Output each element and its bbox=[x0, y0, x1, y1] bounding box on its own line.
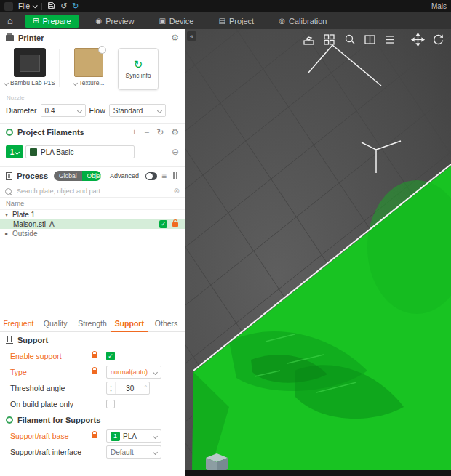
sync-filament-icon[interactable]: ↻ bbox=[156, 127, 164, 137]
tree-row-plate[interactable]: ▾ Plate 1 bbox=[0, 210, 185, 219]
preset-menu-icon[interactable]: ≡ bbox=[161, 171, 167, 181]
support-section-header: Support bbox=[0, 332, 185, 348]
printer-section-header: Printer ⚙ bbox=[0, 29, 185, 47]
object-row-tag: A bbox=[49, 220, 55, 228]
tab-device[interactable]: ▣ Device bbox=[151, 15, 201, 28]
tab-calibration[interactable]: ◎ Calibration bbox=[271, 15, 335, 28]
scope-global[interactable]: Global bbox=[54, 171, 82, 181]
scope-objects[interactable]: Objects bbox=[82, 171, 101, 181]
tab-preview-label: Preview bbox=[105, 17, 134, 25]
diameter-value: 0.4 bbox=[45, 107, 55, 115]
menubar-divider bbox=[41, 3, 42, 10]
lock-icon[interactable] bbox=[92, 354, 97, 358]
on-build-plate-checkbox[interactable] bbox=[106, 400, 115, 408]
clear-search-icon[interactable]: ⊗ bbox=[174, 187, 180, 195]
save-icon[interactable] bbox=[47, 1, 55, 11]
flow-select[interactable]: Standard bbox=[109, 104, 166, 117]
tab-prepare-label: Prepare bbox=[42, 17, 71, 25]
undo-icon[interactable]: ↺ bbox=[60, 2, 67, 10]
device-icon: ▣ bbox=[159, 17, 165, 25]
redo-icon[interactable]: ↻ bbox=[72, 2, 79, 10]
viewport-toolbar bbox=[302, 33, 445, 47]
support-base-select[interactable]: 1 PLA bbox=[106, 429, 161, 443]
plate-label: Texture... bbox=[79, 79, 105, 86]
tree-row-object[interactable]: Maison.stl A ✓ bbox=[0, 219, 185, 229]
paint-icon[interactable] bbox=[343, 33, 356, 47]
window-title: Mais bbox=[431, 2, 447, 10]
chevron-down-icon bbox=[153, 433, 158, 438]
advanced-toggle[interactable] bbox=[145, 172, 157, 180]
tab-preview[interactable]: ◉ Preview bbox=[88, 15, 143, 28]
tab-project[interactable]: ▤ Project bbox=[210, 15, 262, 28]
rotate-tool-icon[interactable] bbox=[431, 33, 445, 47]
filament-slot-badge[interactable]: 1 bbox=[6, 145, 23, 158]
lock-icon[interactable] bbox=[92, 434, 97, 438]
tree-open-icon[interactable]: ▾ bbox=[5, 211, 12, 218]
filament-row: 1 PLA Basic ⊖ bbox=[0, 141, 185, 164]
support-type-row: Type normal(auto) bbox=[0, 364, 185, 380]
diameter-select[interactable]: 0.4 bbox=[41, 104, 86, 117]
printer-settings-icon[interactable]: ⚙ bbox=[171, 33, 179, 43]
tab-prepare[interactable]: ⊞ Prepare bbox=[25, 15, 79, 28]
layers-list-icon[interactable] bbox=[383, 33, 397, 47]
support-type-label: Type bbox=[10, 368, 92, 376]
flow-label: Flow bbox=[89, 106, 105, 115]
enable-support-checkbox[interactable]: ✓ bbox=[106, 352, 115, 360]
threshold-angle-value: 30 bbox=[116, 384, 144, 392]
file-menu[interactable]: File bbox=[18, 2, 36, 10]
viewport-scene bbox=[185, 29, 451, 476]
tree-row-outside[interactable]: ▸ Outside bbox=[0, 229, 185, 238]
tab-quality[interactable]: Quality bbox=[37, 315, 74, 331]
tune-icon[interactable] bbox=[172, 172, 179, 179]
lock-icon[interactable] bbox=[92, 370, 97, 374]
filament-select[interactable]: PLA Basic bbox=[25, 145, 135, 158]
printer-section-title: Printer bbox=[18, 33, 44, 42]
support-type-select[interactable]: normal(auto) bbox=[106, 366, 161, 379]
support-interface-label: Support/raft interface bbox=[10, 448, 92, 456]
home-button[interactable]: ⌂ bbox=[0, 15, 20, 26]
app-logo-icon bbox=[4, 2, 13, 11]
threshold-angle-label: Threshold angle bbox=[10, 384, 92, 392]
tab-strength[interactable]: Strength bbox=[74, 315, 111, 331]
filament-color-swatch bbox=[30, 148, 37, 156]
diameter-label: Diameter bbox=[6, 106, 37, 115]
plate-arrange-icon[interactable] bbox=[302, 33, 316, 47]
viewport-3d[interactable]: « bbox=[185, 29, 451, 476]
object-row-label: Maison.stl bbox=[5, 220, 46, 228]
support-interface-value: Default bbox=[111, 448, 134, 456]
scope-toggle[interactable]: Global Objects bbox=[54, 171, 101, 181]
support-section-title: Support bbox=[17, 336, 48, 344]
tab-support[interactable]: Support bbox=[111, 315, 148, 332]
object-visible-checkbox[interactable]: ✓ bbox=[159, 220, 167, 228]
collapse-panel-button[interactable]: « bbox=[187, 31, 196, 41]
nozzle-row: Diameter 0.4 Flow Standard bbox=[0, 101, 185, 121]
support-base-row: Support/raft base 1 PLA bbox=[0, 428, 185, 444]
chevron-down-icon bbox=[153, 369, 158, 374]
chevron-down-icon bbox=[153, 449, 158, 454]
main-tabbar: ⌂ ⊞ Prepare ◉ Preview ▣ Device ▤ Project… bbox=[0, 12, 451, 29]
tree-closed-icon[interactable]: ▸ bbox=[5, 230, 12, 237]
threshold-angle-row: Threshold angle ▴ ▾ 30 ° bbox=[0, 380, 185, 396]
sync-info-button[interactable]: ↻ Sync info bbox=[118, 48, 159, 90]
split-view-icon[interactable] bbox=[363, 33, 377, 47]
spin-down-icon[interactable]: ▾ bbox=[110, 389, 112, 392]
edit-filament-icon[interactable]: ⊖ bbox=[172, 147, 179, 157]
plate-card[interactable]: Texture... bbox=[65, 48, 113, 86]
enable-support-row: Enable support ✓ bbox=[0, 348, 185, 364]
add-filament-icon[interactable]: + bbox=[132, 127, 137, 137]
support-interface-select[interactable]: Default bbox=[106, 445, 161, 459]
edit-plate-icon[interactable] bbox=[98, 46, 106, 54]
printer-card[interactable]: Bambu Lab P1S bbox=[6, 48, 54, 86]
tab-frequent[interactable]: Frequent bbox=[0, 315, 37, 331]
grid-view-icon[interactable] bbox=[322, 33, 336, 47]
threshold-angle-stepper[interactable]: ▴ ▾ 30 ° bbox=[106, 382, 150, 395]
remove-filament-icon[interactable]: − bbox=[144, 127, 149, 137]
move-tool-icon[interactable] bbox=[411, 33, 425, 47]
filaments-section-header: Project Filaments + − ↻ ⚙ bbox=[0, 124, 185, 141]
spin-up-icon[interactable]: ▴ bbox=[110, 384, 112, 388]
tab-project-label: Project bbox=[229, 17, 254, 25]
filament-settings-icon[interactable]: ⚙ bbox=[171, 127, 179, 137]
tab-others[interactable]: Others bbox=[148, 315, 185, 331]
search-input[interactable] bbox=[15, 187, 170, 195]
tree-header-name: Name bbox=[0, 198, 185, 210]
